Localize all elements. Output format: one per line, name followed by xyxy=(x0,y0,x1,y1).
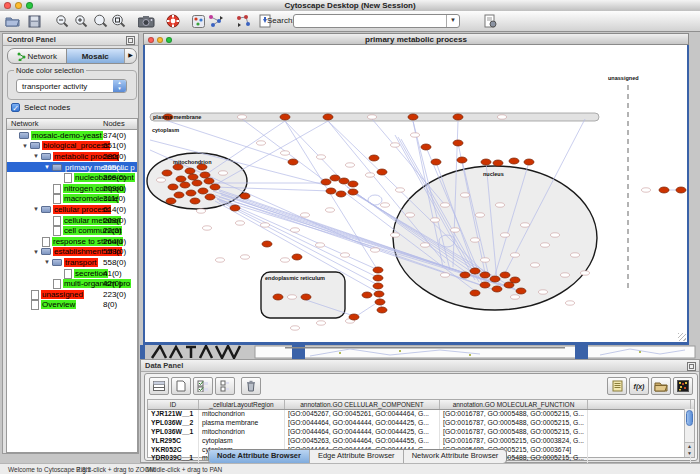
svg-text:endoplasmic reticulum: endoplasmic reticulum xyxy=(265,275,325,281)
scrollbar-thumb[interactable] xyxy=(686,410,693,426)
tab-mosaic[interactable]: Mosaic xyxy=(66,49,125,63)
tree-row-node-count: 311(0) xyxy=(103,194,126,203)
data-panel: Data Panel f(x) ID_cellularLayoutR xyxy=(140,359,700,463)
table-cell xyxy=(588,437,691,446)
tree-row[interactable]: cellular metabol209(0) xyxy=(7,215,137,226)
attribute-table-icon[interactable] xyxy=(149,377,169,395)
zoom-window-button[interactable] xyxy=(26,2,33,9)
table-row[interactable]: YPL036W__1mitochondrion[GO:0044464, GO:0… xyxy=(148,428,694,437)
table-column-header[interactable] xyxy=(588,400,691,409)
search-field[interactable]: ▼ xyxy=(293,14,460,28)
vizmapper-icon[interactable] xyxy=(188,12,208,30)
tree-row[interactable]: ▼cellular process614(0) xyxy=(7,204,137,215)
table-cell: cytoplasm xyxy=(199,437,285,446)
expand-arrow-icon[interactable]: ▼ xyxy=(42,259,52,265)
tree-row-label: cellular process xyxy=(53,205,111,214)
network-file-icon xyxy=(63,173,72,182)
tab-node-attribute-browser[interactable]: Node Attribute Browser xyxy=(209,450,309,463)
tree-row[interactable]: mosaic-demo-yeast874(0) xyxy=(7,130,137,141)
tree-row-node-count: 651(0) xyxy=(103,141,126,150)
table-cell xyxy=(588,454,691,463)
search-dropdown-icon[interactable]: ▼ xyxy=(446,15,459,27)
search-input[interactable] xyxy=(294,15,446,25)
node-color-dropdown[interactable]: transporter activity ▲▼ xyxy=(16,79,127,93)
matrix-icon[interactable] xyxy=(673,377,693,395)
table-cell: [GO:0016787, GO:0005215, GO:0003824, G..… xyxy=(440,437,588,446)
expand-arrow-icon[interactable]: ▼ xyxy=(20,143,30,149)
tree-row-node-count: 209(... xyxy=(103,163,126,172)
network-file-icon xyxy=(63,269,72,278)
expand-arrow-icon[interactable]: ▼ xyxy=(42,164,52,170)
unselect-attributes-icon[interactable] xyxy=(215,377,235,395)
minimize-window-button[interactable] xyxy=(15,2,22,9)
tree-row[interactable]: ▼establishment of lo558(0) xyxy=(7,247,137,258)
advanced-search-icon[interactable] xyxy=(480,12,500,30)
expand-arrow-icon[interactable]: ▼ xyxy=(31,249,41,255)
tree-row-node-count: 41(0) xyxy=(103,269,122,278)
network-tab-icon xyxy=(17,52,26,61)
table-column-header[interactable]: ID xyxy=(148,400,199,409)
tree-row[interactable]: response to stimulu264(0) xyxy=(7,236,137,247)
table-column-header[interactable]: annotation.GO MOLECULAR_FUNCTION xyxy=(440,400,588,409)
folder-icon xyxy=(30,142,41,149)
minimize-view-button[interactable] xyxy=(157,37,163,43)
expand-arrow-icon[interactable]: ▼ xyxy=(31,206,41,212)
notes-icon[interactable] xyxy=(607,377,627,395)
expand-arrow-icon[interactable]: ▼ xyxy=(31,153,41,159)
new-attribute-icon[interactable] xyxy=(171,377,191,395)
svg-text:mitochondrion: mitochondrion xyxy=(173,159,212,165)
folder-icon xyxy=(41,206,52,213)
help-icon[interactable] xyxy=(163,12,183,30)
tab-edge-attribute-browser[interactable]: Edge Attribute Browser xyxy=(309,450,403,463)
zoom-out-icon[interactable] xyxy=(52,12,72,30)
tree-row[interactable]: unassigned223(0) xyxy=(7,289,137,300)
table-column-header[interactable]: annotation.GO CELLULAR_COMPONENT xyxy=(285,400,440,409)
tab-network[interactable]: Network xyxy=(8,49,66,63)
table-row[interactable]: YJR121W__1mitochondrion[GO:0045267, GO:0… xyxy=(148,410,694,419)
tab-network-attribute-browser[interactable]: Network Attribute Browser xyxy=(403,450,507,463)
zoom-in-icon[interactable] xyxy=(71,12,91,30)
select-nodes-checkbox[interactable]: ✓ xyxy=(11,103,20,112)
table-cell: YLR295C xyxy=(148,437,199,446)
tree-row[interactable]: nitrogen compou209(0) xyxy=(7,183,137,194)
tree-row[interactable]: multi-organism pro42(0) xyxy=(7,278,137,289)
data-panel-title: Data Panel xyxy=(145,361,183,370)
zoom-selected-icon[interactable] xyxy=(90,12,110,30)
close-view-button[interactable] xyxy=(148,37,154,43)
tree-row-node-count: 8(0) xyxy=(103,300,117,309)
resize-grip[interactable] xyxy=(678,333,686,341)
table-row[interactable]: YPL036W__2plasma membrane[GO:0044464, GO… xyxy=(148,419,694,428)
scrollbar-arrows[interactable]: ▲▼ xyxy=(685,442,694,457)
network-canvas[interactable]: plasma membranecytoplasmmitochondrionnuc… xyxy=(143,45,689,345)
zoom-view-button[interactable] xyxy=(166,37,172,43)
tree-row[interactable]: ▼transport558(0) xyxy=(7,257,137,268)
tab-scroll-right-icon[interactable]: ▶ xyxy=(124,49,136,63)
function-builder-icon[interactable]: f(x) xyxy=(629,377,649,395)
table-row[interactable]: YLR295Ccytoplasm[GO:0045263, GO:0044464,… xyxy=(148,437,694,446)
table-column-header[interactable]: _cellularLayoutRegion xyxy=(199,400,285,409)
tree-row[interactable]: ▼primary metabolic p209(... xyxy=(7,162,137,173)
layout-b-icon[interactable] xyxy=(234,12,254,30)
network-graph[interactable]: plasma membranecytoplasmmitochondrionnuc… xyxy=(145,45,687,342)
tree-row[interactable]: cell communicat22(0) xyxy=(7,225,137,236)
open-icon[interactable] xyxy=(2,12,22,30)
table-scrollbar[interactable]: ▲▼ xyxy=(684,409,694,457)
table-cell xyxy=(588,446,691,455)
tree-row[interactable]: secretion41(0) xyxy=(7,268,137,279)
float-panel-icon[interactable] xyxy=(126,36,135,45)
save-icon[interactable] xyxy=(24,12,44,30)
delete-attribute-icon[interactable] xyxy=(241,377,261,395)
float-data-panel-icon[interactable] xyxy=(687,362,696,371)
tree-row[interactable]: Overview8(0) xyxy=(7,300,137,311)
tree-row[interactable]: ▼metabolic process280(0) xyxy=(7,151,137,162)
select-attributes-icon[interactable] xyxy=(193,377,213,395)
close-window-button[interactable] xyxy=(4,2,11,9)
import-attributes-icon[interactable] xyxy=(651,377,671,395)
tree-row[interactable]: nucleobase-cont209(0) xyxy=(7,172,137,183)
snapshot-icon[interactable] xyxy=(136,12,156,30)
zoom-fit-icon[interactable] xyxy=(108,12,128,30)
tree-row[interactable]: macromolecule311(0) xyxy=(7,194,137,205)
attribute-browser-tabs: Node Attribute BrowserEdge Attribute Bro… xyxy=(208,449,507,464)
tree-row[interactable]: ▼biological_process651(0) xyxy=(7,141,137,152)
layout-a-icon[interactable] xyxy=(206,12,226,30)
